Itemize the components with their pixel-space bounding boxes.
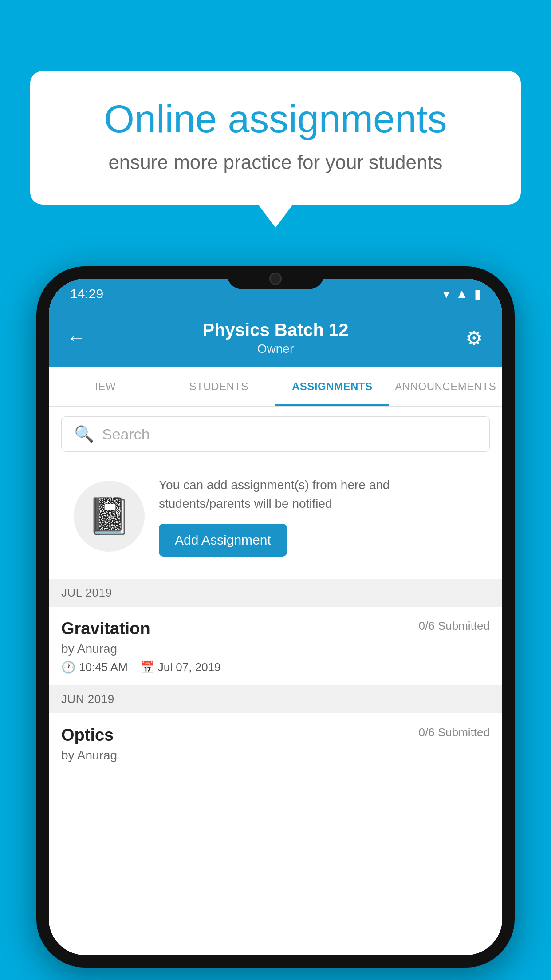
wifi-icon: ▾: [443, 287, 449, 301]
meta-date: 📅 Jul 07, 2019: [140, 660, 221, 674]
status-time: 14:29: [70, 286, 103, 301]
add-assignment-button[interactable]: Add Assignment: [159, 524, 287, 557]
settings-icon[interactable]: ⚙: [465, 327, 483, 349]
section-header-jun: JUN 2019: [49, 685, 502, 713]
assignment-top-row-optics: Optics 0/6 Submitted: [61, 726, 490, 745]
tab-announcements[interactable]: ANNOUNCEMENTS: [389, 367, 503, 406]
info-card: 📓 You can add assignment(s) from here an…: [61, 462, 490, 571]
tab-students[interactable]: STUDENTS: [162, 367, 276, 406]
assignment-icon-circle: 📓: [74, 481, 145, 552]
calendar-icon: 📅: [140, 660, 154, 674]
tab-assignments[interactable]: ASSIGNMENTS: [276, 367, 389, 406]
assignment-submitted: 0/6 Submitted: [419, 619, 490, 633]
notebook-icon: 📓: [87, 495, 131, 537]
speech-bubble-wrapper: Online assignments ensure more practice …: [30, 71, 521, 205]
phone-notch: [227, 266, 324, 289]
front-camera: [269, 273, 282, 285]
phone-wrapper: 14:29 ▾ ▲ ▮ ← Physics Batch 12 Owner ⚙: [36, 266, 515, 968]
assignment-item-optics[interactable]: Optics 0/6 Submitted by Anurag: [49, 713, 502, 778]
back-button[interactable]: ←: [67, 327, 86, 349]
clock-icon: 🕐: [61, 660, 75, 674]
status-icons: ▾ ▲ ▮: [443, 287, 481, 301]
assignment-item-gravitation[interactable]: Gravitation 0/6 Submitted by Anurag 🕐 10…: [49, 607, 502, 685]
phone-frame: 14:29 ▾ ▲ ▮ ← Physics Batch 12 Owner ⚙: [36, 266, 515, 968]
assignment-author-optics: by Anurag: [61, 748, 490, 763]
search-placeholder: Search: [102, 426, 150, 443]
meta-date-value: Jul 07, 2019: [158, 660, 221, 674]
assignment-meta: 🕐 10:45 AM 📅 Jul 07, 2019: [61, 660, 490, 674]
speech-bubble: Online assignments ensure more practice …: [30, 71, 521, 205]
phone-screen: 14:29 ▾ ▲ ▮ ← Physics Batch 12 Owner ⚙: [49, 279, 502, 955]
header-subtitle: Owner: [202, 342, 348, 356]
assignment-name-optics: Optics: [61, 726, 114, 745]
search-icon: 🔍: [74, 425, 94, 443]
screen-content: 🔍 Search 📓 You can add assignment(s) fro…: [49, 407, 502, 955]
info-description: You can add assignment(s) from here and …: [159, 476, 477, 513]
info-text-block: You can add assignment(s) from here and …: [159, 476, 477, 557]
signal-icon: ▲: [456, 287, 468, 301]
tab-iew[interactable]: IEW: [49, 367, 162, 406]
assignment-name: Gravitation: [61, 619, 150, 638]
app-header: ← Physics Batch 12 Owner ⚙: [49, 309, 502, 367]
assignment-author: by Anurag: [61, 642, 490, 656]
meta-time-value: 10:45 AM: [79, 660, 128, 674]
section-header-jul: JUL 2019: [49, 579, 502, 607]
speech-bubble-title: Online assignments: [66, 98, 485, 141]
meta-time: 🕐 10:45 AM: [61, 660, 128, 674]
header-title-block: Physics Batch 12 Owner: [202, 320, 348, 356]
speech-bubble-subtitle: ensure more practice for your students: [66, 151, 485, 174]
tabs-bar: IEW STUDENTS ASSIGNMENTS ANNOUNCEMENTS: [49, 367, 502, 407]
search-bar[interactable]: 🔍 Search: [61, 416, 490, 452]
header-title: Physics Batch 12: [202, 320, 348, 340]
battery-icon: ▮: [474, 287, 481, 301]
assignment-top-row: Gravitation 0/6 Submitted: [61, 619, 490, 638]
assignment-submitted-optics: 0/6 Submitted: [419, 726, 490, 739]
